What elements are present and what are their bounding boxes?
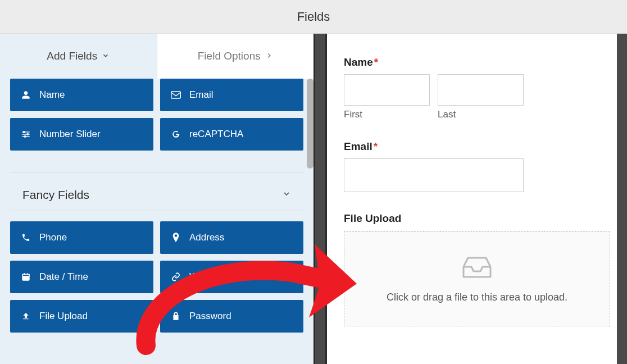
field-number-slider-button[interactable]: Number Slider [10,118,153,151]
required-asterisk: * [374,56,378,68]
field-name-label: Name [39,89,65,101]
first-name-sublabel: First [344,109,430,120]
fancy-fields-grid: Phone Address Date / Time Website / URL [0,221,313,343]
email-field-group: Email* [344,140,610,192]
tab-field-options-label: Field Options [198,50,261,62]
field-number-slider-label: Number Slider [39,129,101,140]
svg-point-6 [24,136,26,138]
right-edge-bar [617,34,627,364]
last-name-sublabel: Last [438,109,524,120]
field-password-button[interactable]: Password [160,300,303,333]
email-label: Email* [344,140,610,153]
chevron-right-icon [265,52,273,61]
sliders-icon [20,130,31,139]
file-upload-label: File Upload [344,212,610,225]
tab-add-fields[interactable]: Add Fields [0,34,157,79]
tab-add-fields-label: Add Fields [47,50,97,62]
field-website-url-label: Website / URL [189,271,251,283]
main-container: Add Fields Field Options Name [0,34,627,364]
field-email-label: Email [189,89,213,101]
envelope-icon [170,91,181,99]
field-address-button[interactable]: Address [160,221,303,254]
left-panel: Add Fields Field Options Name [0,34,313,364]
field-date-time-label: Date / Time [39,271,88,283]
tabs: Add Fields Field Options [0,34,313,79]
field-email-button[interactable]: Email [160,79,303,111]
field-password-label: Password [189,311,231,322]
field-date-time-button[interactable]: Date / Time [10,261,153,293]
preview-panel: Name* First Last Email* [327,34,627,364]
field-name-button[interactable]: Name [10,79,153,111]
last-name-input[interactable] [438,74,524,106]
panel-divider[interactable] [313,34,327,364]
field-address-label: Address [189,232,224,243]
upload-hint-text: Click or drag a file to this area to upl… [387,292,567,303]
field-website-url-button[interactable]: Website / URL [160,261,303,293]
link-icon [170,272,181,281]
required-asterisk: * [374,140,378,152]
first-name-input[interactable] [344,74,430,106]
user-icon [20,90,31,99]
svg-rect-8 [22,274,29,276]
page-title: Fields [297,10,330,24]
fancy-fields-label: Fancy Fields [22,188,89,202]
upload-icon [20,312,31,321]
chevron-down-icon [102,52,110,61]
svg-point-5 [27,134,29,135]
fancy-fields-header[interactable]: Fancy Fields [10,172,303,211]
email-input[interactable] [344,158,524,192]
name-label: Name* [344,56,610,69]
file-upload-field-group: File Upload Click or drag a file to this… [344,212,610,326]
scrollbar[interactable] [307,79,313,169]
map-pin-icon [170,233,181,243]
tab-field-options[interactable]: Field Options [157,34,314,79]
lock-icon [170,312,181,321]
field-file-upload-button[interactable]: File Upload [10,300,153,333]
field-phone-label: Phone [39,232,67,243]
inbox-icon [461,254,493,281]
field-recaptcha-button[interactable]: reCAPTCHA [160,118,303,151]
field-recaptcha-label: reCAPTCHA [189,129,243,140]
calendar-icon [20,272,31,281]
field-file-upload-label: File Upload [39,311,88,322]
phone-icon [20,233,31,242]
svg-rect-0 [171,92,181,98]
file-upload-dropzone[interactable]: Click or drag a file to this area to upl… [344,231,610,326]
google-icon [170,130,181,139]
standard-fields-grid: Name Email Number Slider reCAPTCHA [0,79,313,161]
field-phone-button[interactable]: Phone [10,221,153,254]
chevron-down-icon [282,189,291,201]
name-field-group: Name* First Last [344,56,610,120]
svg-point-4 [23,131,25,133]
header-bar: Fields [0,0,627,34]
